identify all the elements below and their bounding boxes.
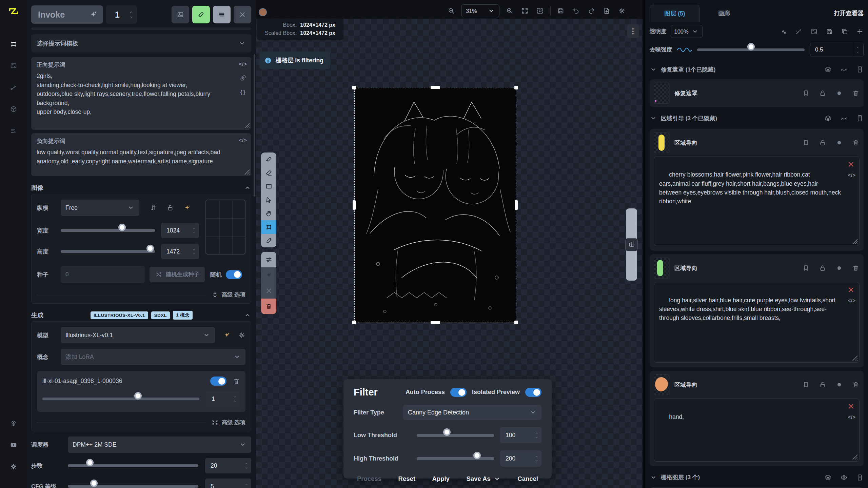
slider-knob[interactable] [90,480,98,487]
scheduler-select[interactable]: DPM++ 2M SDE [68,436,251,453]
slider-knob[interactable] [747,43,755,50]
bookmark-icon[interactable] [802,381,810,388]
width-input[interactable]: 1024 [161,223,199,238]
apply-button[interactable]: Apply [430,475,451,483]
stack-icon[interactable] [824,66,832,73]
canvas-menu-button[interactable]: ⋮ [627,24,639,38]
chevron-up-icon[interactable] [244,462,249,465]
shapes-icon[interactable] [780,28,787,35]
steps-slider[interactable] [68,461,198,470]
cfg-input[interactable]: 5 [205,479,251,488]
code-icon[interactable]: </> [848,172,856,179]
filter-type-select[interactable]: Canny Edge Detection [403,405,541,420]
compare-handle[interactable] [625,238,638,251]
model-sparkle-icon[interactable] [223,331,231,339]
resize-handle[interactable] [353,200,356,210]
chevron-up-icon[interactable] [534,431,539,435]
negative-prompt-box[interactable]: 负向提示词 low quality,worst quality,normal q… [31,133,251,176]
region-card[interactable]: 区域导向 cherry blossoms,hair flower,pink fl… [650,129,864,251]
process-button[interactable]: Process [355,475,383,483]
reset-button[interactable]: Reset [396,475,417,483]
chevron-down-icon[interactable] [192,252,196,256]
eyedropper-tool[interactable] [261,234,276,247]
close-button[interactable] [234,6,251,23]
generation-section-header[interactable]: 生成 ILLUSTRIOUS-XL-V0.1 SDXL 1 概念 [31,309,251,321]
lora-weight-slider[interactable] [42,394,199,403]
rail-models-tab[interactable] [6,101,21,117]
rail-gallery-tab[interactable] [6,58,21,74]
slider-knob[interactable] [473,452,481,459]
resize-handle[interactable] [352,86,356,89]
save-as-button[interactable]: Save As [464,475,502,483]
auto-process-toggle[interactable] [450,388,467,397]
chevron-up-icon[interactable] [233,395,237,399]
lock-icon[interactable] [819,89,826,97]
resize-handle[interactable] [352,321,356,324]
layer-thumbnail[interactable] [654,374,669,395]
random-seed-button[interactable]: 随机生成种子 [150,267,205,282]
move-tool[interactable] [261,193,276,207]
chevron-up-icon[interactable] [129,10,134,14]
lora-toggle[interactable] [210,377,226,386]
add-layer-icon[interactable] [856,28,864,35]
collapse-icon[interactable] [244,184,251,191]
chevron-up-icon[interactable] [534,455,539,458]
model-settings-icon[interactable] [238,331,245,339]
lock-aspect-icon[interactable] [166,204,174,211]
chevron-up-icon[interactable] [192,248,196,251]
panel-icon[interactable] [856,66,864,73]
rail-settings-button[interactable] [6,459,21,474]
save-icon[interactable] [826,28,833,35]
delete-layer-button[interactable] [261,299,276,314]
resize-handle[interactable] [852,355,857,361]
generation-advanced-options[interactable]: 高级 选项 [211,419,245,426]
region-prompt-text[interactable]: hand, </> [654,399,860,462]
slider-knob[interactable] [146,245,154,252]
brush-tool[interactable] [261,152,276,166]
eye-icon[interactable] [840,474,848,481]
remove-prompt-icon[interactable] [847,286,855,293]
code-icon[interactable]: </> [239,61,247,67]
stack-icon[interactable] [824,474,832,481]
layer-thumbnail[interactable] [654,258,669,279]
chevron-down-icon[interactable] [650,66,657,73]
resize-handle[interactable] [514,86,518,89]
chevron-down-icon[interactable] [855,50,860,54]
resize-handle[interactable] [431,86,440,89]
code-icon[interactable]: </> [239,137,247,143]
visibility-circle-icon[interactable] [835,139,843,146]
fit-view-button[interactable] [520,6,530,16]
resize-handle[interactable] [514,321,518,324]
zoom-in-button[interactable] [505,6,515,16]
rail-tips-button[interactable] [6,415,21,431]
rect-tool[interactable] [261,180,276,193]
chevron-down-icon[interactable] [650,474,657,481]
canvas-settings-button[interactable] [617,6,627,16]
invoke-button[interactable]: Invoke [31,5,103,24]
bookmark-icon[interactable] [802,264,810,272]
resize-handle[interactable] [431,321,440,324]
zoom-level-select[interactable]: 31% [461,4,499,17]
color-swatch[interactable] [259,8,267,16]
resize-handle[interactable] [244,169,250,175]
random-seed-toggle[interactable] [226,270,242,279]
prompt-template-select[interactable]: 选择提示词模板 [31,34,251,53]
chevron-down-icon[interactable] [650,115,657,122]
layer-thumbnail[interactable] [654,83,669,104]
zoom-out-button[interactable] [446,6,456,16]
lock-icon[interactable] [819,139,826,146]
region-prompt-text[interactable]: long hair,silver hair,blue hair,cute,pur… [654,282,860,363]
chevron-down-icon[interactable] [244,487,249,488]
model-select[interactable]: Illustrious-XL-v0.1 [61,327,215,343]
eraser-tool[interactable] [261,166,276,180]
new-session-button[interactable] [601,6,612,16]
panel-icon[interactable] [856,474,864,481]
chevron-down-icon[interactable] [244,466,249,470]
bookmark-icon[interactable] [802,139,810,146]
raster-group-header[interactable]: 栅格图层 (3 个) [650,470,864,485]
chevron-down-icon[interactable] [192,231,196,235]
save-canvas-button[interactable] [556,6,566,16]
eye-closed-icon[interactable] [840,66,848,73]
region-prompt-text[interactable]: cherry blossoms,hair flower,pink flower,… [654,157,860,246]
image-advanced-options[interactable]: 高级 选项 [211,291,245,299]
